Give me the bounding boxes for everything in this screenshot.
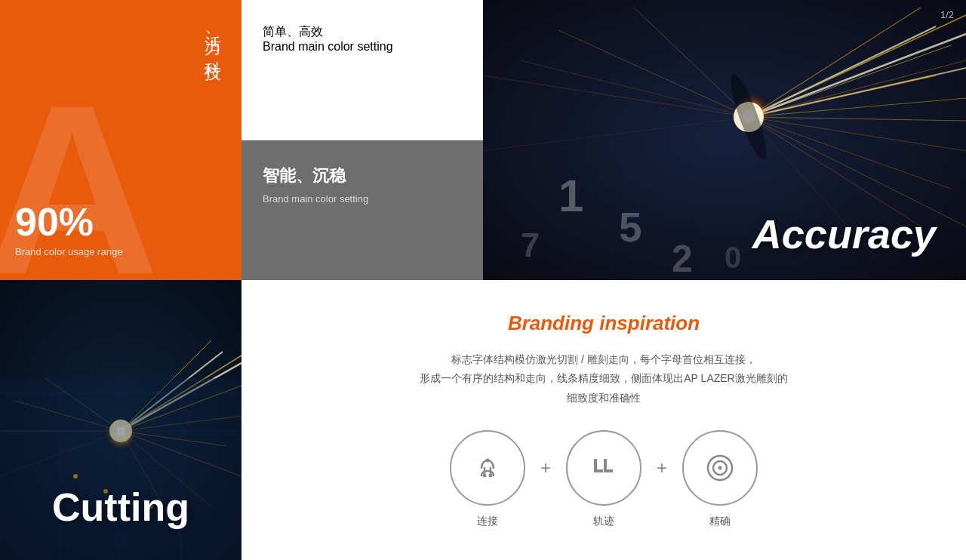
track-icon-circle [566, 430, 641, 506]
track-label: 轨迹 [593, 515, 614, 528]
connect-label: 连接 [477, 515, 498, 528]
white-subtitle: Brand main color setting [263, 40, 462, 54]
svg-point-58 [485, 458, 489, 462]
precision-icon-circle [682, 430, 758, 506]
svg-point-67 [718, 466, 722, 469]
plus-sign-2: + [657, 457, 667, 478]
precision-icon-svg [700, 448, 740, 488]
svg-text:5: 5 [619, 204, 642, 251]
svg-point-60 [488, 473, 492, 477]
brand-title: Branding inspiration [508, 312, 700, 335]
main-container: A 活力、科技 90% Brand color usage range 简单、高… [0, 0, 966, 560]
svg-text:7: 7 [521, 226, 540, 264]
page-number: 1/2 [940, 9, 954, 20]
svg-rect-64 [604, 469, 613, 472]
precision-label: 精确 [709, 515, 731, 528]
white-panel: 简单、高效 Brand main color setting [242, 0, 483, 140]
cutting-label: Cutting [52, 485, 189, 530]
svg-text:2: 2 [672, 238, 693, 280]
brand-description: 标志字体结构模仿激光切割 / 雕刻走向，每个字母首位相互连接， 形成一个有序的结… [420, 350, 787, 408]
gray-panel: 智能、沉稳 Brand main color setting [242, 140, 483, 280]
connect-icon-svg [468, 448, 507, 488]
svg-text:0: 0 [724, 241, 741, 274]
brand-icon-precision: 精确 [682, 430, 758, 528]
gray-subtitle: Brand main color setting [263, 193, 462, 205]
gray-title: 智能、沉稳 [263, 165, 462, 187]
percent-value: 90% [15, 202, 226, 242]
svg-rect-62 [594, 469, 603, 472]
svg-point-59 [482, 473, 486, 477]
orange-panel: A 活力、科技 90% Brand color usage range [0, 0, 242, 280]
svg-text:1: 1 [558, 171, 583, 221]
brand-icon-track: 轨迹 [566, 430, 641, 528]
branding-panel: Branding inspiration 标志字体结构模仿激光切割 / 雕刻走向… [242, 280, 966, 560]
cutting-image-panel: Cutting [0, 280, 242, 560]
brand-icons-row: 连接 + 轨迹 + [450, 430, 758, 528]
connect-icon-circle [450, 430, 525, 506]
svg-point-54 [73, 474, 78, 478]
percent-label: Brand color usage range [15, 246, 226, 257]
accuracy-label: Accuracy [752, 211, 936, 257]
brand-icon-connect: 连接 [450, 430, 525, 528]
tagline-text: 活力、科技 [15, 23, 226, 54]
track-icon-svg [584, 448, 623, 488]
middle-column: 简单、高效 Brand main color setting 智能、沉稳 Bra… [242, 0, 483, 280]
laser-image-panel: 1 5 2 7 0 1/2 Accuracy [483, 0, 966, 280]
plus-sign-1: + [540, 457, 551, 478]
white-title: 简单、高效 [263, 24, 462, 40]
